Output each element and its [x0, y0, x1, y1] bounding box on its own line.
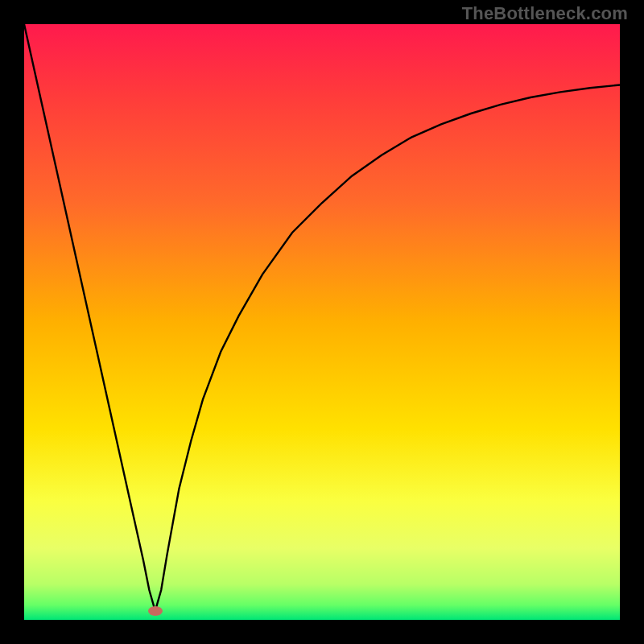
plot-area: [24, 24, 620, 620]
gradient-background: [24, 24, 620, 620]
optimum-marker: [148, 606, 163, 616]
plot-svg: [24, 24, 620, 620]
chart-frame: TheBottleneck.com: [0, 0, 644, 644]
watermark-text: TheBottleneck.com: [462, 3, 628, 24]
